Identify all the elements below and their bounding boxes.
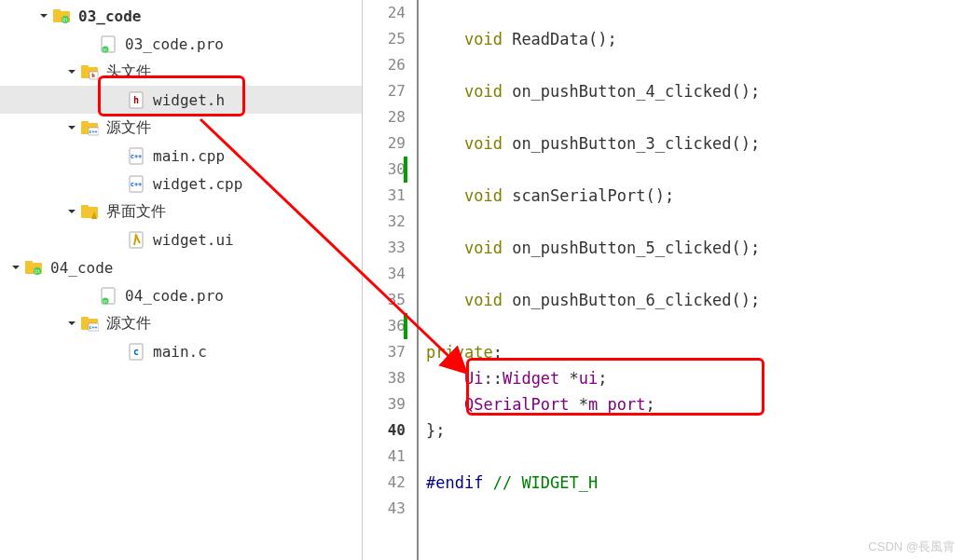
file-cpp-icon: c++ bbox=[127, 174, 145, 193]
expand-arrow-icon[interactable] bbox=[37, 9, 50, 22]
expand-arrow-icon bbox=[84, 37, 97, 50]
tree-item[interactable]: c++源文件 bbox=[0, 114, 362, 142]
file-h-icon: h bbox=[127, 90, 145, 109]
code-line[interactable]: #endif // WIDGET_H bbox=[426, 470, 964, 496]
file-pro-icon: Qt bbox=[99, 286, 117, 305]
tree-item-label: widget.h bbox=[153, 91, 225, 109]
code-line[interactable]: void on_pushButton_5_clicked(); bbox=[426, 235, 964, 261]
code-line[interactable] bbox=[426, 313, 964, 339]
tree-item[interactable]: cmain.c bbox=[0, 337, 362, 365]
tree-item-label: 04_code.pro bbox=[125, 287, 224, 305]
svg-text:h: h bbox=[133, 95, 139, 105]
expand-arrow-icon[interactable] bbox=[65, 317, 78, 330]
folder-ui-icon bbox=[80, 202, 99, 221]
svg-text:Qt: Qt bbox=[103, 299, 108, 304]
code-line[interactable] bbox=[426, 52, 964, 78]
line-number: 28 bbox=[363, 104, 406, 130]
folder-cpp-icon: c++ bbox=[80, 118, 99, 137]
tree-item[interactable]: Qt03_code.pro bbox=[0, 30, 362, 58]
folder-qt-icon: Qt bbox=[52, 7, 71, 25]
line-number: 33 bbox=[363, 235, 406, 261]
code-line[interactable]: Ui::Widget *ui; bbox=[426, 365, 964, 391]
line-number: 34 bbox=[363, 261, 406, 287]
svg-text:c: c bbox=[133, 347, 139, 357]
code-content[interactable]: void ReadData(); void on_pushButton_4_cl… bbox=[419, 0, 964, 560]
code-line[interactable] bbox=[426, 496, 964, 522]
line-number: 35 bbox=[363, 287, 406, 313]
tree-item[interactable]: c++main.cpp bbox=[0, 142, 362, 170]
code-line[interactable]: void ReadData(); bbox=[426, 26, 964, 52]
expand-arrow-icon bbox=[112, 233, 125, 246]
tree-item-label: widget.cpp bbox=[153, 175, 242, 193]
tree-item[interactable]: c++widget.cpp bbox=[0, 170, 362, 198]
line-number: 25 bbox=[363, 26, 406, 52]
line-number: 27 bbox=[363, 78, 406, 104]
folder-qt-icon: Qt bbox=[24, 258, 43, 277]
line-number-gutter: 2425262728293031323334353637383940414243 bbox=[363, 0, 419, 560]
expand-arrow-icon[interactable] bbox=[65, 65, 78, 78]
tree-item[interactable]: Qt04_code.pro bbox=[0, 281, 362, 309]
svg-rect-8 bbox=[81, 65, 89, 69]
line-number: 37 bbox=[363, 339, 406, 365]
svg-point-24 bbox=[135, 235, 138, 238]
code-line[interactable]: }; bbox=[426, 417, 964, 444]
svg-text:c++: c++ bbox=[89, 324, 97, 330]
tree-item[interactable]: 界面文件 bbox=[0, 198, 362, 225]
file-ui-icon bbox=[127, 230, 145, 249]
tree-item-label: main.c bbox=[153, 343, 207, 361]
tree-item-label: widget.ui bbox=[153, 231, 234, 249]
code-line[interactable] bbox=[426, 0, 964, 26]
tree-item-label: 源文件 bbox=[106, 314, 151, 334]
code-line[interactable] bbox=[426, 209, 964, 235]
line-number: 29 bbox=[363, 130, 406, 157]
expand-arrow-icon bbox=[112, 177, 125, 190]
line-number: 24 bbox=[363, 0, 406, 26]
tree-item[interactable]: Qt03_code bbox=[0, 2, 362, 30]
expand-arrow-icon[interactable] bbox=[65, 205, 78, 218]
code-line[interactable]: void on_pushButton_6_clicked(); bbox=[426, 287, 964, 313]
code-line[interactable]: QSerialPort *m_port; bbox=[426, 391, 964, 417]
line-number: 30 bbox=[363, 157, 406, 183]
code-line[interactable]: private: bbox=[426, 339, 964, 365]
tree-item-label: 04_code bbox=[50, 259, 113, 277]
tree-item-label: main.cpp bbox=[153, 147, 225, 165]
code-line[interactable]: void on_pushButton_3_clicked(); bbox=[426, 130, 964, 157]
svg-text:c++: c++ bbox=[131, 153, 143, 160]
expand-arrow-icon bbox=[84, 289, 97, 302]
folder-cpp-icon: c++ bbox=[80, 314, 99, 333]
line-number: 40 bbox=[363, 417, 406, 444]
expand-arrow-icon[interactable] bbox=[9, 261, 22, 274]
expand-arrow-icon bbox=[112, 149, 125, 162]
code-line[interactable] bbox=[426, 444, 964, 470]
line-number: 36 bbox=[363, 313, 406, 339]
project-tree-sidebar: Qt03_codeQt03_code.proh头文件hwidget.hc++源文… bbox=[0, 0, 362, 560]
expand-arrow-icon[interactable] bbox=[65, 121, 78, 134]
code-line[interactable]: void on_pushButton_4_clicked(); bbox=[426, 78, 964, 104]
tree-item[interactable]: h头文件 bbox=[0, 58, 362, 86]
code-line[interactable]: void scanSerialPort(); bbox=[426, 183, 964, 209]
svg-rect-33 bbox=[81, 317, 89, 321]
file-cpp-icon: c++ bbox=[127, 146, 145, 165]
file-pro-icon: Qt bbox=[99, 34, 117, 53]
svg-rect-26 bbox=[25, 261, 33, 265]
tree-item[interactable]: hwidget.h bbox=[0, 86, 362, 114]
tree-item[interactable]: c++源文件 bbox=[0, 309, 362, 337]
tree-item[interactable]: widget.ui bbox=[0, 225, 362, 253]
tree-item[interactable]: Qt04_code bbox=[0, 253, 362, 281]
line-number: 32 bbox=[363, 209, 406, 235]
code-line[interactable] bbox=[426, 104, 964, 130]
tree-item-label: 界面文件 bbox=[106, 202, 166, 222]
svg-rect-1 bbox=[53, 9, 61, 13]
expand-arrow-icon bbox=[112, 93, 125, 106]
line-number: 43 bbox=[363, 496, 406, 522]
code-line[interactable] bbox=[426, 157, 964, 183]
svg-text:Qt: Qt bbox=[103, 48, 108, 52]
svg-text:h: h bbox=[91, 72, 95, 78]
code-line[interactable] bbox=[426, 261, 964, 287]
tree-item-label: 头文件 bbox=[106, 62, 151, 82]
code-editor: 2425262728293031323334353637383940414243… bbox=[362, 0, 964, 560]
svg-text:Qt: Qt bbox=[62, 17, 68, 22]
line-number: 38 bbox=[363, 365, 406, 391]
watermark: CSDN @長風霄 bbox=[868, 539, 955, 555]
line-number: 26 bbox=[363, 52, 406, 78]
